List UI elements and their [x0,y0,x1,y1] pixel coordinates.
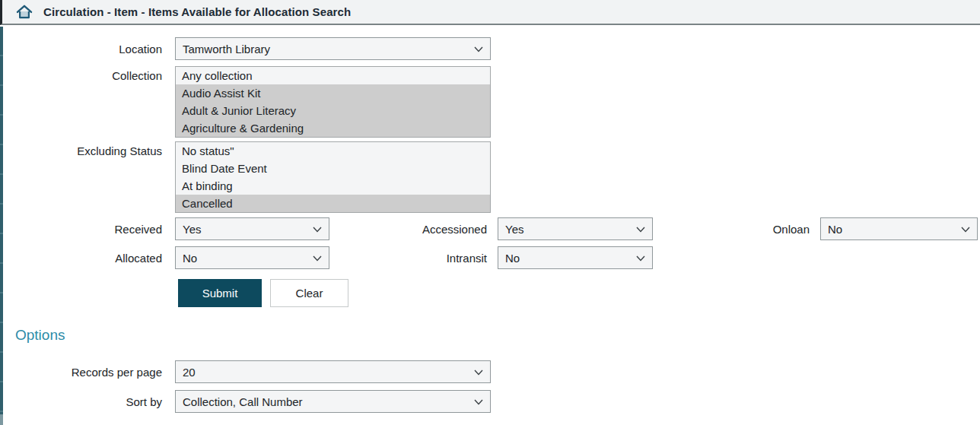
sort-by-row: Sort by Collection, Call Number [3,390,980,413]
received-row: Received Yes Accessioned Yes Onloan No [3,217,980,240]
records-per-page-label: Records per page [3,366,162,379]
accessioned-label: Accessioned [329,223,487,236]
list-option[interactable]: Cancelled [176,195,490,212]
chevron-down-icon [313,255,322,262]
allocated-select[interactable]: No [175,246,329,269]
collection-label: Collection [3,66,162,84]
intransit-label: Intransit [329,252,487,265]
location-value: Tamworth Library [183,43,270,56]
excluding-status-listbox[interactable]: No status" Blind Date Event At binding C… [175,141,491,213]
records-per-page-value: 20 [183,366,196,379]
records-per-page-select[interactable]: 20 [175,360,491,383]
list-option[interactable]: No status" [176,142,490,160]
onloan-label: Onloan [653,223,810,236]
chevron-down-icon [961,227,970,233]
collapsed-sidebar-footer [0,414,3,425]
chevron-down-icon [474,399,483,405]
button-row: Submit Clear [178,279,980,307]
clear-button[interactable]: Clear [270,279,348,307]
search-form: Location Tamworth Library Collection Any… [0,37,980,413]
collection-listbox[interactable]: Any collection Audio Assist Kit Adult & … [175,66,491,138]
received-select[interactable]: Yes [175,217,329,240]
records-per-page-row: Records per page 20 [3,360,980,383]
submit-button[interactable]: Submit [178,279,262,307]
onloan-select[interactable]: No [820,217,978,240]
sort-by-select[interactable]: Collection, Call Number [175,390,491,413]
page-title: Circulation - Item - Items Available for… [43,5,351,18]
sort-by-value: Collection, Call Number [183,395,303,408]
chevron-down-icon [636,255,645,262]
list-option[interactable]: At binding [176,177,490,195]
allocated-label: Allocated [3,252,162,265]
location-select[interactable]: Tamworth Library [175,37,491,60]
allocated-row: Allocated No Intransit No [3,246,980,269]
intransit-select[interactable]: No [498,246,653,269]
chevron-down-icon [474,46,483,52]
collapsed-sidebar[interactable] [0,27,3,414]
chevron-down-icon [474,369,483,376]
location-row: Location Tamworth Library [3,37,980,60]
chevron-down-icon [313,227,322,233]
chevron-down-icon [636,227,645,233]
excluding-status-row: Excluding Status No status" Blind Date E… [3,141,980,213]
accessioned-value: Yes [505,223,523,236]
list-option[interactable]: Blind Date Event [176,160,490,177]
location-label: Location [3,43,162,56]
list-option[interactable]: Any collection [176,67,490,84]
sort-by-label: Sort by [3,395,162,408]
onloan-value: No [828,223,842,236]
list-option[interactable]: Agriculture & Gardening [176,119,490,137]
top-bar: Circulation - Item - Items Available for… [0,0,980,25]
received-value: Yes [183,223,201,236]
options-heading: Options [15,327,980,344]
received-label: Received [3,223,162,236]
allocated-value: No [183,252,197,265]
list-option[interactable]: Adult & Junior Literacy [176,102,490,119]
intransit-value: No [505,252,520,265]
accessioned-select[interactable]: Yes [498,217,653,240]
list-option[interactable]: Audio Assist Kit [176,84,490,102]
collection-row: Collection Any collection Audio Assist K… [3,66,980,138]
home-icon[interactable] [15,5,33,20]
excluding-status-label: Excluding Status [3,141,162,159]
